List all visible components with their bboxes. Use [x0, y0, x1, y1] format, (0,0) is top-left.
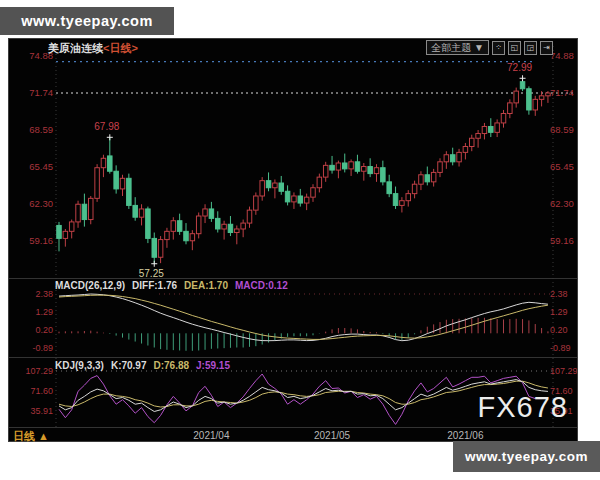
layout-grid-icon[interactable]: ⁘ [492, 41, 505, 55]
axis-tick: 2.38 [550, 289, 568, 299]
pane-bottomleft-icon[interactable]: ◱ [508, 41, 521, 55]
axis-tick: 65.45 [550, 161, 574, 172]
candle [349, 162, 354, 169]
indicator-line [59, 294, 548, 341]
candle [514, 91, 519, 103]
expand-right-icon[interactable]: ⇥ [540, 41, 553, 55]
candle [158, 240, 163, 258]
axis-tick: 107.29 [25, 366, 53, 376]
candle [184, 231, 189, 240]
candle [298, 196, 303, 203]
axis-tick: -0.89 [32, 343, 53, 353]
tyeepay-banner-bottom: www.tyeepay.com [453, 441, 600, 472]
candle [489, 126, 494, 132]
tyeepay-banner-top: www.tyeepay.com [0, 7, 174, 35]
axis-tick: 59.16 [29, 235, 53, 246]
axis-tick: 71.74 [29, 87, 53, 98]
candle [228, 224, 233, 232]
candle [69, 222, 74, 231]
candle [419, 175, 424, 184]
candle [171, 221, 176, 232]
triangle-up-icon: ▲ [38, 430, 49, 442]
candle [444, 155, 449, 162]
candle [120, 178, 125, 189]
candle [425, 175, 430, 182]
candle [374, 168, 379, 174]
macd-macd-value: MACD:0.12 [235, 280, 288, 291]
candle [368, 167, 373, 174]
candle [82, 204, 87, 219]
axis-tick: 65.45 [29, 161, 53, 172]
chart-canvas: 74.8874.8871.7471.7468.5968.5965.4565.45… [9, 39, 577, 441]
date-label: 2021/06 [447, 430, 484, 441]
axis-tick: 68.59 [29, 124, 53, 135]
macd-diff-value: DIFF:1.76 [132, 280, 177, 291]
kdj-header: KDJ(9,3,3)K:70.97D:76.88J:59.15 [55, 360, 237, 371]
candle [152, 238, 157, 257]
candle [101, 158, 106, 167]
candle [311, 188, 316, 197]
indicator-line [59, 380, 548, 412]
candle [63, 231, 68, 238]
axis-tick: 0.20 [550, 325, 568, 335]
candle [108, 156, 113, 171]
candle [457, 152, 462, 161]
candle [260, 181, 265, 196]
candle [273, 183, 278, 188]
candle [222, 224, 227, 229]
candle [520, 82, 525, 89]
symbol-name: 美原油连续 [48, 42, 103, 54]
candle [165, 231, 170, 239]
candle [343, 163, 348, 169]
candle [533, 99, 538, 110]
kdj-name-label: KDJ(9,3,3) [55, 360, 104, 371]
candle [482, 126, 487, 133]
candle [336, 163, 341, 170]
candle [203, 209, 208, 216]
candle [76, 204, 81, 222]
axis-tick: 59.16 [550, 235, 574, 246]
theme-dropdown[interactable]: 全部主题 ▼ [426, 40, 489, 55]
candle [247, 210, 252, 223]
candle [323, 165, 328, 177]
candle [450, 155, 455, 162]
price-annotation: 57.25 [139, 268, 164, 279]
price-annotation: 67.98 [94, 121, 119, 132]
candle [546, 93, 551, 96]
pane-bottomright-icon[interactable]: ◲ [524, 41, 537, 55]
indicator-line [59, 381, 548, 407]
axis-tick: -0.89 [550, 343, 571, 353]
date-label: 2021/05 [314, 430, 351, 441]
axis-tick: 68.59 [550, 124, 574, 135]
candle [393, 194, 398, 206]
chart-title: 美原油连续<日线> [48, 41, 138, 56]
axis-tick: 62.30 [550, 198, 574, 209]
axis-tick: 1.29 [550, 307, 568, 317]
axis-tick: 0.20 [35, 325, 53, 335]
macd-dea-value: DEA:1.70 [184, 280, 228, 291]
candle [279, 183, 284, 191]
candle [190, 234, 195, 241]
kdj-d-value: D:76.88 [153, 360, 189, 371]
candle [508, 103, 512, 114]
candle [362, 167, 367, 172]
candle [406, 194, 411, 201]
period-label: <日线> [103, 42, 138, 54]
axis-tick: 71.60 [30, 386, 53, 396]
kdj-k-value: K:70.97 [111, 360, 147, 371]
candle [285, 191, 290, 202]
period-tab-label: 日线 [13, 430, 35, 442]
candle [209, 209, 214, 218]
period-tab-daily[interactable]: 日线 ▲ [13, 429, 49, 444]
candle [412, 184, 417, 193]
candle [317, 177, 322, 188]
candle [463, 146, 468, 152]
candle [177, 221, 182, 232]
candle [438, 162, 443, 173]
candle [381, 168, 386, 182]
chart-window: 74.8874.8871.7471.7468.5968.5965.4565.45… [8, 38, 578, 442]
candle [527, 89, 532, 110]
candle [241, 223, 246, 229]
candle [95, 168, 100, 199]
candle [114, 171, 119, 189]
